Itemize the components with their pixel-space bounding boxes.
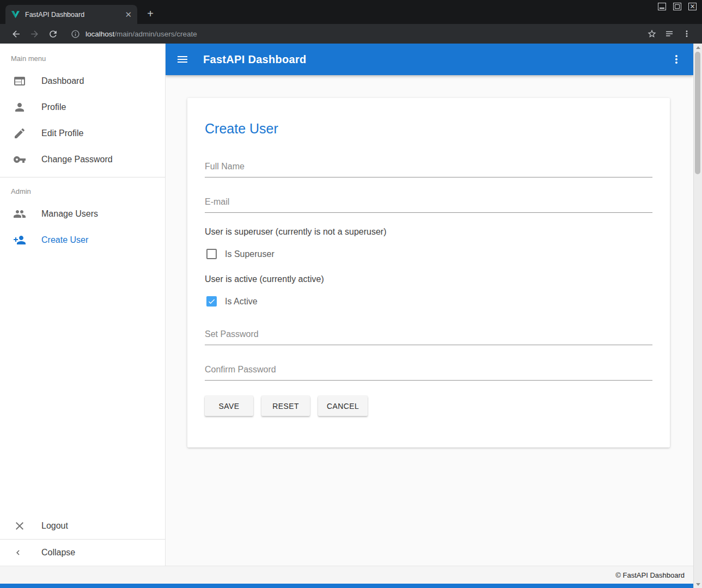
sidebar-bottom: Logout Collapse <box>0 513 165 566</box>
back-icon[interactable] <box>7 26 25 42</box>
dashboard-icon <box>13 75 26 88</box>
form-actions: SAVE RESET CANCEL <box>205 396 652 416</box>
sidebar-item-collapse[interactable]: Collapse <box>0 540 165 566</box>
sidebar-item-label: Logout <box>41 521 68 531</box>
chevron-left-icon <box>13 548 23 558</box>
page-footer: © FastAPI Dashboard <box>0 566 693 584</box>
tab-close-icon[interactable]: ✕ <box>125 10 132 19</box>
sidebar-item-profile[interactable]: Profile <box>0 94 165 120</box>
page-title: Create User <box>205 121 652 137</box>
sidebar-divider <box>0 177 165 177</box>
url-host: localhost <box>86 30 114 38</box>
window-controls: ✕ <box>658 3 697 10</box>
browser-menu-icon[interactable] <box>678 26 695 42</box>
sidebar-item-label: Profile <box>41 102 66 112</box>
sidebar-item-label: Collapse <box>41 548 75 558</box>
scrollbar-down-icon[interactable] <box>694 580 702 588</box>
sidebar-section-admin: Admin <box>0 182 165 201</box>
confirm-password-field-wrap <box>205 365 652 381</box>
save-button[interactable]: SAVE <box>205 396 253 416</box>
browser-window: FastAPI Dashboard ✕ + ✕ localhost/main/a… <box>0 0 702 588</box>
reset-button[interactable]: RESET <box>261 396 310 416</box>
close-icon <box>13 519 26 532</box>
email-field-wrap <box>205 197 652 213</box>
page-content: Create User User is superuser (currently… <box>166 75 693 566</box>
tab-title: FastAPI Dashboard <box>25 11 120 19</box>
browser-tab[interactable]: FastAPI Dashboard ✕ <box>5 5 137 24</box>
browser-toolbar: localhost/main/admin/users/create <box>0 24 702 44</box>
scrollbar-thumb[interactable] <box>695 52 700 174</box>
sidebar-item-label: Edit Profile <box>41 128 83 138</box>
set-password-field-wrap <box>205 329 652 345</box>
site-info-icon[interactable] <box>71 29 80 39</box>
copyright-text: © FastAPI Dashboard <box>615 571 685 579</box>
app-kebab-menu-icon[interactable] <box>670 53 683 66</box>
person-add-icon <box>13 234 26 247</box>
create-user-card: Create User User is superuser (currently… <box>187 98 670 448</box>
minimize-icon[interactable] <box>658 3 666 10</box>
sidebar-item-label: Manage Users <box>41 209 98 219</box>
app-title: FastAPI Dashboard <box>203 53 670 66</box>
confirm-password-input[interactable] <box>205 365 652 381</box>
list-icon[interactable] <box>661 26 678 42</box>
sidebar-item-logout[interactable]: Logout <box>0 513 165 539</box>
sidebar: Main menu Dashboard Profile Edit Profile <box>0 44 166 566</box>
forward-icon[interactable] <box>25 26 44 42</box>
url-path: /main/admin/users/create <box>114 30 197 38</box>
page-viewport: Main menu Dashboard Profile Edit Profile <box>0 44 702 588</box>
url-text: localhost/main/admin/users/create <box>86 30 197 38</box>
sidebar-item-change-password[interactable]: Change Password <box>0 146 165 173</box>
sidebar-item-create-user[interactable]: Create User <box>0 227 165 253</box>
sidebar-section-main-menu: Main menu <box>0 44 165 68</box>
scrollbar-up-icon[interactable] <box>694 44 702 51</box>
footer-accent-bar <box>0 584 693 588</box>
page-scrollbar[interactable] <box>693 44 702 588</box>
sidebar-item-manage-users[interactable]: Manage Users <box>0 201 165 227</box>
sidebar-item-label: Dashboard <box>41 76 84 86</box>
hamburger-menu-icon[interactable] <box>176 53 189 66</box>
window-close-icon[interactable]: ✕ <box>688 3 697 10</box>
main-area: FastAPI Dashboard Create User User is su… <box>166 44 693 566</box>
maximize-icon[interactable] <box>673 3 681 10</box>
vuetify-favicon-icon <box>11 10 20 19</box>
sidebar-item-dashboard[interactable]: Dashboard <box>0 68 165 94</box>
sidebar-item-edit-profile[interactable]: Edit Profile <box>0 120 165 146</box>
people-icon <box>13 207 26 220</box>
person-icon <box>13 101 26 114</box>
email-input[interactable] <box>205 197 652 213</box>
key-icon <box>13 153 26 166</box>
pencil-icon <box>13 127 26 140</box>
address-bar[interactable]: localhost/main/admin/users/create <box>68 26 638 42</box>
active-hint: User is active (currently active) <box>205 274 652 284</box>
full-name-field-wrap <box>205 162 652 177</box>
cancel-button[interactable]: CANCEL <box>318 396 368 416</box>
sidebar-item-label: Change Password <box>41 155 113 164</box>
full-name-input[interactable] <box>205 162 652 177</box>
sidebar-item-label: Create User <box>41 235 88 245</box>
is-superuser-label: Is Superuser <box>225 249 274 259</box>
reload-icon[interactable] <box>44 26 62 42</box>
is-active-checkbox[interactable] <box>206 296 217 307</box>
set-password-input[interactable] <box>205 329 652 345</box>
is-superuser-checkbox[interactable] <box>206 249 217 259</box>
superuser-hint: User is superuser (currently is not a su… <box>205 227 652 237</box>
new-tab-button[interactable]: + <box>144 7 157 20</box>
superuser-check-row: Is Superuser <box>205 249 652 259</box>
app-toolbar: FastAPI Dashboard <box>166 44 693 75</box>
check-icon <box>207 297 216 305</box>
bookmark-star-icon[interactable] <box>643 26 661 42</box>
active-check-row: Is Active <box>205 296 652 307</box>
is-active-label: Is Active <box>225 297 258 307</box>
browser-titlebar: FastAPI Dashboard ✕ + ✕ <box>0 0 702 24</box>
